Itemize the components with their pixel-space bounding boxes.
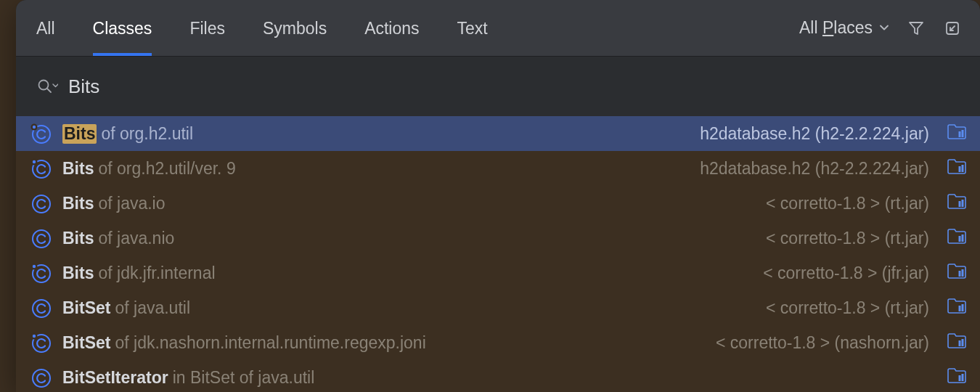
- result-row[interactable]: BitSet of java.util< corretto-1.8 > (rt.…: [16, 290, 980, 325]
- result-row[interactable]: Bits of org.h2.utilh2database.h2 (h2-2.2…: [16, 116, 980, 151]
- svg-point-21: [33, 265, 36, 268]
- svg-rect-7: [962, 130, 964, 137]
- result-row[interactable]: BitSet of jdk.nashorn.internal.runtime.r…: [16, 325, 980, 360]
- open-in-find-window-icon: [944, 20, 960, 36]
- result-source-text: h2database.h2 (h2-2.2.224.jar): [700, 124, 929, 144]
- svg-rect-23: [962, 269, 964, 277]
- class-icon: [29, 226, 52, 250]
- class-icon: [29, 157, 52, 180]
- class-icon: [29, 261, 52, 285]
- svg-point-32: [33, 369, 50, 387]
- search-input[interactable]: [68, 75, 960, 98]
- result-main-text: Bits of org.h2.util: [62, 124, 193, 144]
- svg-rect-33: [959, 375, 961, 381]
- filter-button[interactable]: [906, 18, 926, 38]
- result-source-text: < corretto-1.8 > (rt.jar): [766, 298, 929, 318]
- svg-rect-22: [959, 271, 961, 277]
- header: All Classes Files Symbols Actions Text A…: [16, 0, 980, 57]
- svg-line-2: [47, 89, 51, 92]
- library-folder-icon: [947, 123, 967, 144]
- result-main-text: Bits of java.nio: [62, 229, 174, 248]
- tab-symbols[interactable]: Symbols: [263, 3, 327, 56]
- tab-files[interactable]: Files: [189, 3, 225, 56]
- result-source-text: < corretto-1.8 > (rt.jar): [766, 229, 929, 248]
- svg-rect-12: [962, 165, 964, 172]
- result-row[interactable]: Bits of org.h2.util/ver. 9h2database.h2 …: [16, 151, 980, 186]
- library-folder-icon: [947, 262, 967, 284]
- svg-point-24: [33, 300, 50, 317]
- result-source-text: < corretto-1.8 > (rt.jar): [766, 194, 929, 213]
- chevron-down-icon: [878, 18, 890, 38]
- svg-rect-17: [959, 236, 961, 242]
- svg-point-5: [33, 126, 36, 128]
- result-main-text: Bits of org.h2.util/ver. 9: [62, 159, 236, 179]
- class-icon: [29, 331, 52, 354]
- result-source-text: < corretto-1.8 > (nashorn.jar): [716, 333, 929, 353]
- open-in-tool-window-button[interactable]: [942, 18, 963, 38]
- tab-bar: All Classes Files Symbols Actions Text: [36, 0, 488, 56]
- result-row[interactable]: Bits of java.nio< corretto-1.8 > (rt.jar…: [16, 221, 980, 256]
- result-main-text: Bits of jdk.jfr.internal: [62, 264, 216, 283]
- library-folder-icon: [947, 367, 967, 388]
- result-row[interactable]: Bits of jdk.jfr.internal< corretto-1.8 >…: [16, 256, 980, 290]
- search-everywhere-popup: All Classes Files Symbols Actions Text A…: [16, 0, 980, 392]
- result-main-text: BitSet of jdk.nashorn.internal.runtime.r…: [62, 333, 426, 353]
- result-row[interactable]: Bits of java.io< corretto-1.8 > (rt.jar): [16, 186, 980, 221]
- tab-actions[interactable]: Actions: [364, 3, 419, 56]
- tab-all[interactable]: All: [36, 3, 55, 56]
- svg-point-29: [33, 335, 36, 338]
- svg-rect-31: [962, 339, 964, 346]
- library-folder-icon: [947, 227, 967, 249]
- class-icon: [29, 296, 52, 319]
- search-row: [16, 57, 980, 116]
- result-main-text: BitSetIterator in BitSet of java.util: [62, 368, 314, 388]
- library-folder-icon: [947, 192, 967, 214]
- result-main-text: Bits of java.io: [62, 194, 166, 213]
- result-source-text: < corretto-1.8 > (jfr.jar): [763, 264, 929, 283]
- tab-text[interactable]: Text: [457, 3, 488, 56]
- svg-point-16: [33, 230, 50, 248]
- svg-point-10: [33, 160, 36, 163]
- svg-rect-6: [959, 131, 961, 137]
- svg-point-13: [33, 195, 50, 213]
- scope-label: All Places: [799, 18, 873, 38]
- svg-rect-25: [959, 306, 961, 311]
- svg-rect-18: [962, 234, 964, 242]
- svg-rect-14: [959, 201, 961, 207]
- library-folder-icon: [947, 158, 967, 179]
- search-icon: [36, 78, 58, 95]
- library-folder-icon: [947, 297, 967, 319]
- result-row[interactable]: BitSetIterator in BitSet of java.util: [16, 360, 980, 392]
- svg-rect-26: [962, 304, 964, 311]
- class-icon: [29, 192, 52, 215]
- svg-rect-11: [959, 166, 961, 172]
- result-source-text: h2database.h2 (h2-2.2.224.jar): [700, 159, 929, 179]
- funnel-icon: [907, 20, 925, 37]
- results-list: Bits of org.h2.utilh2database.h2 (h2-2.2…: [16, 116, 980, 392]
- class-icon: [29, 122, 52, 145]
- svg-rect-34: [962, 374, 964, 381]
- svg-rect-15: [962, 200, 964, 207]
- result-main-text: BitSet of java.util: [62, 298, 190, 318]
- class-icon: [29, 366, 52, 389]
- svg-rect-30: [959, 340, 961, 346]
- tab-classes[interactable]: Classes: [93, 3, 152, 56]
- scope-selector[interactable]: All Places: [799, 18, 890, 38]
- library-folder-icon: [947, 332, 967, 354]
